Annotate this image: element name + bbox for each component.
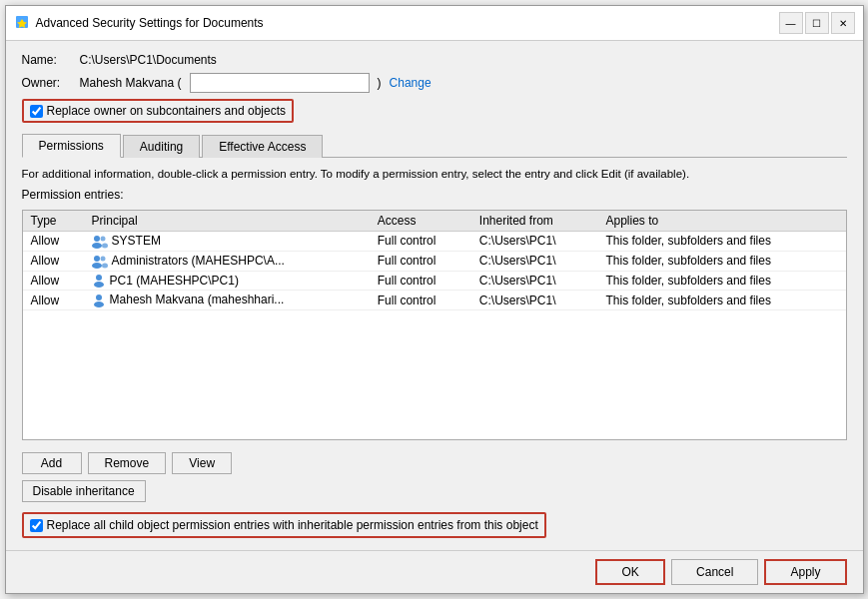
- cell-access: Full control: [370, 271, 471, 291]
- maximize-button[interactable]: ☐: [805, 12, 829, 34]
- owner-input[interactable]: [190, 73, 370, 93]
- users-icon: [92, 254, 108, 268]
- user-icon: [92, 274, 106, 288]
- cell-applies-to: This folder, subfolders and files: [598, 232, 846, 252]
- svg-point-10: [96, 275, 102, 281]
- svg-point-4: [100, 236, 105, 241]
- cell-applies-to: This folder, subfolders and files: [598, 271, 846, 291]
- svg-point-11: [94, 282, 104, 288]
- cell-inherited-from: C:\Users\PC1\: [471, 251, 598, 271]
- change-link[interactable]: Change: [390, 76, 432, 90]
- name-label: Name:: [22, 53, 72, 67]
- cell-type: Allow: [23, 271, 84, 291]
- title-controls: — ☐ ✕: [779, 12, 855, 34]
- svg-point-6: [94, 256, 100, 262]
- col-principal: Principal: [84, 211, 370, 232]
- table-body: AllowSYSTEMFull controlC:\Users\PC1\This…: [23, 232, 846, 310]
- remove-button[interactable]: Remove: [88, 452, 167, 474]
- svg-point-3: [92, 243, 102, 249]
- owner-row: Owner: Mahesh Makvana ( ) Change: [22, 73, 847, 93]
- ok-button[interactable]: OK: [595, 559, 665, 585]
- cell-type: Allow: [23, 232, 84, 252]
- name-row: Name: C:\Users\PC1\Documents: [22, 53, 847, 67]
- permissions-label: Permission entries:: [22, 188, 847, 202]
- name-value: C:\Users\PC1\Documents: [80, 53, 217, 67]
- disable-inheritance-row: Disable inheritance: [22, 480, 847, 502]
- shield-icon: [14, 15, 30, 31]
- cell-access: Full control: [370, 291, 471, 310]
- col-type: Type: [23, 211, 84, 232]
- user-icon: [92, 293, 106, 306]
- action-buttons-row: Add Remove View: [22, 452, 847, 474]
- table-row[interactable]: AllowSYSTEMFull controlC:\Users\PC1\This…: [23, 232, 846, 252]
- cell-principal: SYSTEM: [84, 232, 370, 252]
- view-button[interactable]: View: [172, 452, 232, 474]
- replace-child-checkbox-row: Replace all child object permission entr…: [22, 512, 546, 538]
- cell-inherited-from: C:\Users\PC1\: [471, 271, 598, 291]
- col-inherited-from: Inherited from: [471, 211, 598, 232]
- content-area: Name: C:\Users\PC1\Documents Owner: Mahe…: [6, 41, 863, 550]
- title-bar: Advanced Security Settings for Documents…: [6, 6, 863, 41]
- replace-owner-label[interactable]: Replace owner on subcontainers and objec…: [47, 104, 286, 118]
- window-title: Advanced Security Settings for Documents: [36, 16, 264, 30]
- cancel-button[interactable]: Cancel: [671, 559, 758, 585]
- table-row[interactable]: AllowAdministrators (MAHESHPC\A...Full c…: [23, 251, 846, 271]
- svg-point-8: [100, 256, 105, 261]
- col-applies-to: Applies to: [598, 211, 846, 232]
- replace-child-label[interactable]: Replace all child object permission entr…: [47, 518, 538, 532]
- svg-point-12: [96, 295, 102, 300]
- cell-principal: PC1 (MAHESHPC\PC1): [84, 271, 370, 291]
- cell-applies-to: This folder, subfolders and files: [598, 251, 846, 271]
- users-icon: [92, 234, 108, 248]
- owner-label: Owner:: [22, 76, 72, 90]
- close-button[interactable]: ✕: [831, 12, 855, 34]
- disable-inheritance-button[interactable]: Disable inheritance: [22, 480, 146, 502]
- add-button[interactable]: Add: [22, 452, 82, 474]
- tabs-container: Permissions Auditing Effective Access: [22, 133, 847, 158]
- bottom-buttons: OK Cancel Apply: [6, 550, 863, 593]
- svg-point-9: [102, 263, 108, 268]
- title-bar-left: Advanced Security Settings for Documents: [14, 15, 264, 31]
- cell-inherited-from: C:\Users\PC1\: [471, 291, 598, 310]
- replace-owner-checkbox[interactable]: [30, 105, 43, 118]
- svg-point-13: [94, 301, 104, 307]
- cell-principal: Administrators (MAHESHPC\A...: [84, 251, 370, 271]
- col-access: Access: [370, 211, 471, 232]
- cell-principal: Mahesh Makvana (maheshhari...: [84, 291, 370, 310]
- info-text: For additional information, double-click…: [22, 168, 847, 180]
- table-row[interactable]: AllowPC1 (MAHESHPC\PC1)Full controlC:\Us…: [23, 271, 846, 291]
- cell-type: Allow: [23, 251, 84, 271]
- cell-access: Full control: [370, 232, 471, 252]
- svg-point-7: [92, 263, 102, 269]
- replace-child-checkbox[interactable]: [30, 519, 43, 532]
- owner-close-paren: ): [378, 76, 382, 90]
- cell-type: Allow: [23, 291, 84, 310]
- cell-applies-to: This folder, subfolders and files: [598, 291, 846, 310]
- replace-owner-checkbox-row: Replace owner on subcontainers and objec…: [22, 99, 294, 123]
- permission-table: Type Principal Access Inherited from App…: [23, 211, 846, 310]
- table-header-row: Type Principal Access Inherited from App…: [23, 211, 846, 232]
- owner-name: Mahesh Makvana (: [80, 76, 182, 90]
- table-row[interactable]: AllowMahesh Makvana (maheshhari...Full c…: [23, 291, 846, 310]
- apply-button[interactable]: Apply: [764, 559, 846, 585]
- svg-point-5: [102, 243, 108, 248]
- permission-table-container[interactable]: Type Principal Access Inherited from App…: [22, 210, 847, 440]
- svg-point-2: [94, 236, 100, 242]
- minimize-button[interactable]: —: [779, 12, 803, 34]
- cell-inherited-from: C:\Users\PC1\: [471, 232, 598, 252]
- tab-auditing[interactable]: Auditing: [123, 135, 200, 158]
- tab-permissions[interactable]: Permissions: [22, 134, 121, 158]
- main-window: Advanced Security Settings for Documents…: [5, 5, 864, 594]
- cell-access: Full control: [370, 251, 471, 271]
- tab-effective-access[interactable]: Effective Access: [202, 135, 323, 158]
